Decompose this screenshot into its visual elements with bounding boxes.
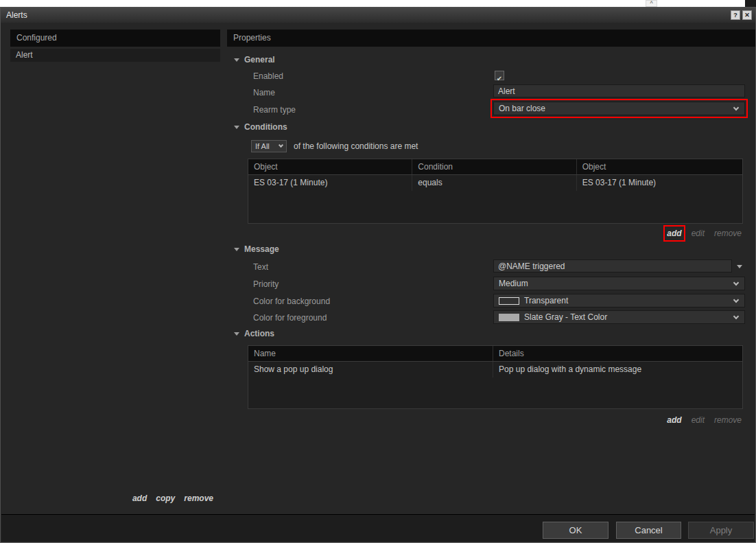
actions-edit-link[interactable]: edit [692, 415, 705, 425]
conditions-add-link[interactable]: add [667, 229, 681, 238]
condition-match-value: If All [255, 142, 270, 150]
configured-copy-link[interactable]: copy [156, 494, 175, 503]
message-text-input[interactable] [493, 259, 732, 272]
message-section-title: Message [244, 244, 279, 254]
foreground-color-label: Color for foreground [253, 311, 327, 325]
condition-row[interactable]: ES 03-17 (1 Minute) equals ES 03-17 (1 M… [248, 175, 742, 191]
table-cell: Show a pop up dialog [248, 362, 493, 378]
dialog-title: Alerts [6, 10, 27, 20]
background-page-strip: ^ [0, 0, 756, 7]
collapse-triangle-icon [234, 58, 239, 62]
message-text-label: Text [253, 260, 268, 274]
actions-section-title: Actions [244, 329, 274, 338]
actions-add-link[interactable]: add [667, 415, 681, 425]
message-section-header[interactable]: Message [234, 244, 279, 255]
action-row[interactable]: Show a pop up dialog Pop up dialog with … [248, 362, 742, 378]
help-button[interactable]: ? [731, 10, 740, 20]
enabled-label: Enabled [253, 69, 283, 83]
actions-table: Name Details Show a pop up dialog Pop up… [248, 345, 743, 409]
priority-value: Medium [499, 279, 528, 288]
column-header[interactable]: Object [248, 159, 412, 174]
name-label: Name [253, 86, 275, 100]
foreground-color-dropdown[interactable]: Slate Gray - Text Color [493, 310, 745, 324]
column-header[interactable]: Details [493, 346, 742, 361]
configured-remove-link[interactable]: remove [184, 494, 213, 503]
foreground-color-value: Slate Gray - Text Color [524, 312, 607, 322]
cancel-button[interactable]: Cancel [616, 522, 681, 539]
configured-links: add copy remove [10, 494, 213, 503]
collapse-triangle-icon [234, 126, 239, 129]
rearm-type-dropdown[interactable]: On bar close [493, 102, 745, 115]
transparent-swatch-icon [499, 297, 519, 305]
color-swatch-icon [499, 314, 519, 321]
conditions-table-header: Object Condition Object [248, 159, 742, 175]
background-color-dropdown[interactable]: Transparent [493, 294, 745, 308]
name-input[interactable] [493, 84, 745, 97]
chevron-down-icon [733, 104, 739, 110]
configured-list-item-alert[interactable]: Alert [10, 49, 220, 62]
close-button[interactable]: ✕ [742, 10, 752, 20]
conditions-table: Object Condition Object ES 03-17 (1 Minu… [248, 159, 743, 224]
background-corner-block [745, 0, 756, 7]
apply-button[interactable]: Apply [688, 522, 754, 539]
table-cell: ES 03-17 (1 Minute) [577, 175, 742, 191]
chevron-down-icon [733, 313, 739, 318]
condition-match-suffix: of the following conditions are met [294, 140, 418, 152]
triangle-down-icon [737, 265, 742, 268]
checkmark-icon: ✔ [497, 75, 502, 82]
dialog-titlebar[interactable]: Alerts [1, 8, 755, 23]
background-color-label: Color for background [253, 294, 330, 308]
rearm-type-value: On bar close [499, 104, 545, 113]
table-cell: equals [412, 175, 576, 191]
scrollbar-up-arrow-icon[interactable]: ^ [646, 0, 657, 7]
screen: ^ Alerts ? ✕ Configured Alert add copy r… [0, 0, 756, 545]
actions-table-header: Name Details [248, 346, 742, 362]
condition-match-dropdown[interactable]: If All [251, 140, 287, 152]
actions-section-header[interactable]: Actions [234, 328, 274, 339]
column-header[interactable]: Condition [412, 159, 576, 174]
general-section-header[interactable]: General [234, 54, 275, 65]
configured-add-link[interactable]: add [132, 494, 147, 503]
conditions-section-header[interactable]: Conditions [234, 121, 287, 132]
actions-links: add edit remove [667, 415, 742, 425]
chevron-down-icon [733, 279, 739, 285]
table-cell: ES 03-17 (1 Minute) [248, 175, 412, 191]
message-text-dropdown-button[interactable] [734, 260, 745, 273]
chevron-down-icon [279, 143, 283, 148]
chevron-down-icon [733, 297, 739, 302]
collapse-triangle-icon [234, 248, 239, 251]
priority-dropdown[interactable]: Medium [493, 277, 745, 290]
properties-panel-header: Properties [227, 30, 755, 47]
table-empty-area [248, 191, 742, 224]
rearm-type-label: Rearm type [253, 103, 296, 117]
table-cell: Pop up dialog with a dynamic message [493, 362, 742, 378]
conditions-edit-link[interactable]: edit [692, 229, 705, 238]
actions-remove-link[interactable]: remove [714, 415, 742, 425]
alerts-dialog: Alerts ? ✕ Configured Alert add copy rem… [0, 7, 756, 543]
enabled-checkbox[interactable]: ✔ [495, 71, 504, 80]
conditions-remove-link[interactable]: remove [714, 229, 742, 238]
collapse-triangle-icon [234, 332, 239, 336]
ok-button[interactable]: OK [543, 522, 609, 539]
table-empty-area [248, 378, 742, 410]
priority-label: Priority [253, 277, 279, 291]
column-header[interactable]: Name [248, 346, 493, 361]
background-color-value: Transparent [524, 296, 568, 305]
column-header[interactable]: Object [577, 159, 742, 174]
conditions-section-title: Conditions [244, 122, 287, 132]
general-section-title: General [244, 55, 275, 65]
conditions-links: add edit remove [667, 229, 742, 238]
configured-panel-header: Configured [10, 30, 220, 47]
